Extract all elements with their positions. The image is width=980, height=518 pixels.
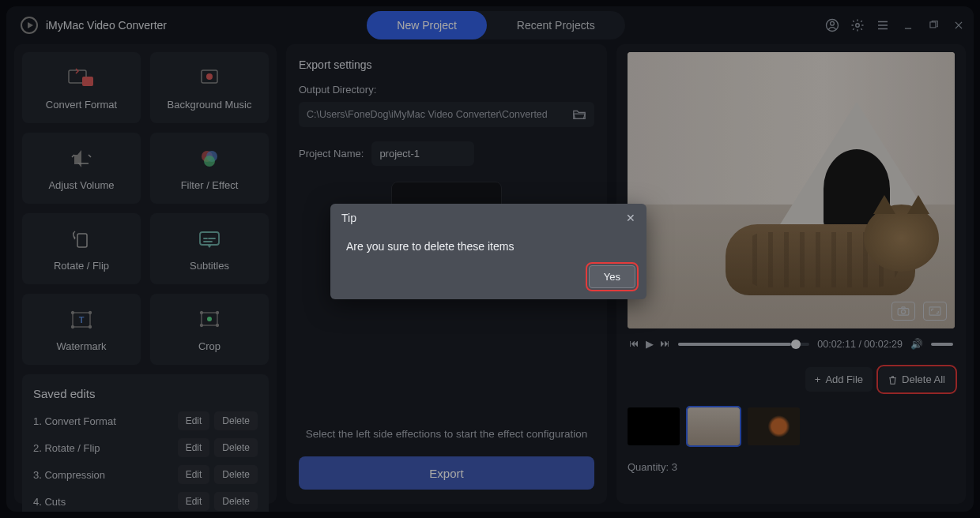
dialog-title: Tip (341, 212, 356, 224)
dialog-yes-button[interactable]: Yes (589, 265, 635, 288)
dialog-message: Are you sure to delete these items (330, 232, 646, 265)
dialog-close-icon[interactable]: ✕ (626, 212, 635, 224)
confirm-dialog: Tip ✕ Are you sure to delete these items… (330, 204, 646, 299)
